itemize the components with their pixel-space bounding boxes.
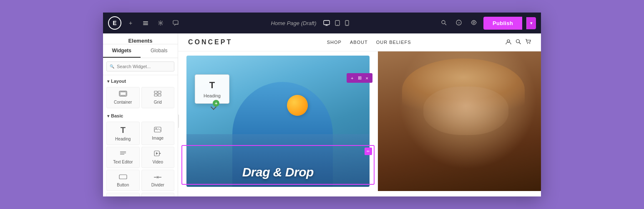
- svg-rect-26: [119, 175, 127, 179]
- panel-tabs: Widgets Globals: [103, 44, 178, 58]
- svg-point-9: [347, 25, 347, 25]
- canvas-area: CONCEPT SHOP ABOUT OUR BELIEFS: [178, 33, 541, 196]
- svg-rect-4: [173, 20, 178, 24]
- svg-point-13: [473, 22, 475, 23]
- widget-video[interactable]: Video: [141, 147, 175, 168]
- edit-handle[interactable]: ✏: [365, 148, 372, 155]
- tab-widgets[interactable]: Widgets: [103, 44, 141, 58]
- nav-shop[interactable]: SHOP: [327, 40, 342, 45]
- widget-container[interactable]: Container: [106, 87, 140, 108]
- layout-section-title: Layout: [103, 75, 178, 85]
- hero-left: T Heading + ✏ Drag & Drop: [178, 51, 378, 191]
- publish-caret-button[interactable]: ▾: [526, 17, 536, 29]
- widget-heading[interactable]: T Heading: [106, 122, 140, 145]
- svg-text:?: ?: [458, 21, 460, 25]
- page-title: CONCEPT Home Page (Draft): [271, 20, 316, 26]
- elements-title: Elements: [128, 38, 153, 44]
- container-label: Container: [114, 100, 132, 104]
- svg-rect-17: [158, 91, 161, 93]
- page-status-text: (Draft): [301, 20, 317, 26]
- elementor-logo[interactable]: E: [108, 16, 121, 30]
- text-editor-label: Text Editor: [113, 160, 133, 164]
- face-area: [423, 87, 508, 135]
- search-input[interactable]: [106, 61, 174, 71]
- search-btn[interactable]: [438, 18, 449, 28]
- top-bar: E +: [103, 13, 541, 33]
- basic-widget-grid: T Heading Image: [103, 120, 178, 196]
- svg-rect-1: [143, 23, 148, 24]
- widget-button[interactable]: Button: [106, 170, 140, 191]
- hero-section: T Heading + ✏ Drag & Drop: [178, 51, 541, 191]
- image-label: Image: [152, 136, 164, 140]
- svg-rect-0: [143, 21, 148, 22]
- container-icon: [119, 91, 127, 98]
- chat-icon[interactable]: [170, 17, 181, 29]
- tab-globals[interactable]: Globals: [141, 44, 178, 58]
- svg-point-32: [527, 43, 528, 44]
- svg-point-3: [160, 22, 161, 24]
- svg-point-33: [529, 43, 530, 44]
- top-bar-center: CONCEPT Home Page (Draft): [271, 20, 349, 26]
- heading-widget-icon: T: [209, 80, 215, 91]
- cart-icon[interactable]: [525, 39, 531, 46]
- svg-rect-19: [158, 94, 161, 96]
- section-toolbar: + ⊞ ×: [347, 73, 372, 83]
- drop-plus-indicator: +: [213, 100, 219, 107]
- svg-rect-18: [154, 94, 157, 96]
- top-bar-right: ? Publish ▾: [438, 17, 536, 30]
- tablet-icon[interactable]: [335, 20, 340, 26]
- widget-grid[interactable]: Grid: [141, 87, 175, 108]
- svg-rect-15: [120, 92, 126, 95]
- divider-label: Divider: [151, 183, 164, 187]
- svg-rect-2: [143, 24, 148, 25]
- editor-window: E +: [103, 13, 541, 196]
- widget-divider[interactable]: Divider: [141, 170, 175, 191]
- widget-image[interactable]: Image: [141, 122, 175, 145]
- heading-icon: T: [121, 125, 126, 135]
- help-btn[interactable]: ?: [453, 18, 464, 28]
- basic-section-title: Basic: [103, 110, 178, 120]
- image-icon: [154, 127, 161, 134]
- section-close-btn[interactable]: ×: [364, 75, 370, 82]
- button-label: Button: [117, 183, 129, 187]
- site-nav: SHOP ABOUT OUR BELIEFS: [327, 40, 411, 45]
- nav-about[interactable]: ABOUT: [350, 40, 368, 45]
- divider-icon: [153, 173, 162, 181]
- search-nav-icon[interactable]: [516, 39, 521, 46]
- site-logo: CONCEPT: [188, 38, 232, 46]
- svg-rect-16: [154, 91, 157, 93]
- drag-drop-heading: Drag & Drop: [181, 165, 375, 179]
- widget-text-editor[interactable]: Text Editor: [106, 147, 140, 168]
- svg-rect-5: [324, 20, 330, 25]
- layers-icon[interactable]: [140, 17, 151, 29]
- publish-button[interactable]: Publish: [483, 17, 522, 30]
- section-grid-btn[interactable]: ⊞: [356, 74, 363, 82]
- desktop-icon[interactable]: [323, 20, 330, 26]
- account-icon[interactable]: [506, 39, 511, 46]
- heading-drag-widget[interactable]: T Heading +: [195, 74, 229, 104]
- top-bar-left: E +: [108, 16, 181, 30]
- widget-google-maps[interactable]: Google Maps: [141, 193, 175, 196]
- widget-spacer[interactable]: Spacer: [106, 193, 140, 196]
- mobile-icon[interactable]: [345, 20, 349, 26]
- preview-btn[interactable]: [468, 18, 479, 28]
- layout-widget-grid: Container Grid: [103, 85, 178, 110]
- video-icon: [154, 150, 161, 158]
- svg-point-30: [507, 40, 510, 42]
- left-panel: Elements Widgets Globals Layout: [103, 33, 178, 196]
- collapse-handle[interactable]: ‹: [178, 115, 179, 128]
- heading-widget-label: Heading: [204, 93, 221, 98]
- settings-icon[interactable]: [155, 17, 166, 29]
- svg-point-7: [337, 25, 338, 25]
- section-add-btn[interactable]: +: [349, 75, 355, 82]
- nav-beliefs[interactable]: OUR BELIEFS: [376, 40, 411, 45]
- search-wrapper: [106, 61, 174, 71]
- canvas-content: CONCEPT SHOP ABOUT OUR BELIEFS: [178, 33, 541, 196]
- svg-point-21: [156, 128, 157, 129]
- device-switcher: [323, 20, 349, 26]
- page-title-text: Home Page: [271, 20, 299, 26]
- text-editor-icon: [119, 150, 127, 158]
- video-label: Video: [153, 160, 163, 164]
- panel-header: Elements: [103, 33, 178, 44]
- add-icon[interactable]: +: [125, 17, 136, 29]
